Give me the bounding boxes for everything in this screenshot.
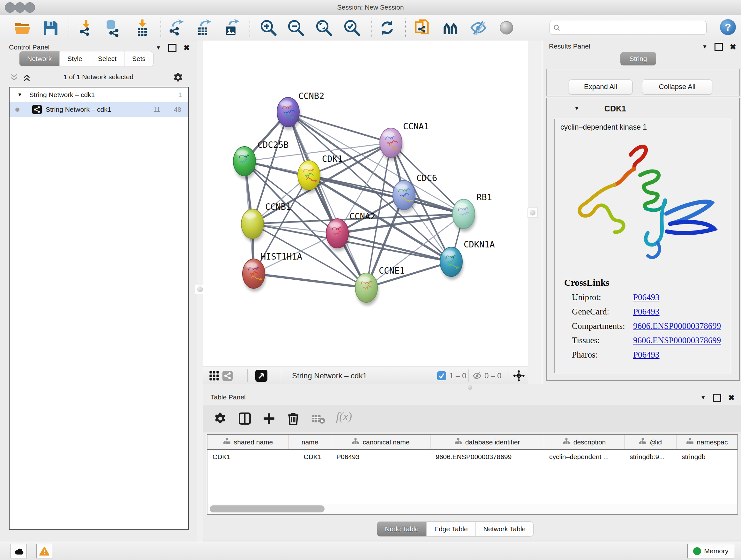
crosslink-link[interactable]: P06493 <box>633 293 660 302</box>
horizontal-splitter-handle[interactable] <box>468 385 472 390</box>
table-cell[interactable]: 9606.ENSP00000378699 <box>430 453 544 461</box>
collection-expander-icon[interactable]: ▼ <box>17 92 22 98</box>
grid-view-icon[interactable] <box>209 367 219 385</box>
network-collection-row[interactable]: ▼ String Network – cdk1 1 <box>10 87 188 102</box>
collapse-all-button[interactable]: Collapse All <box>642 79 712 95</box>
table-cell[interactable]: stringdb:9... <box>624 453 677 461</box>
table-cell[interactable]: CDK1 <box>289 453 331 461</box>
import-network-icon[interactable] <box>77 19 95 37</box>
minimize-window-icon[interactable] <box>15 2 25 13</box>
table-horizontal-scrollbar[interactable] <box>208 504 737 514</box>
float-panel-icon[interactable] <box>168 44 177 52</box>
table-cell[interactable]: CDK1 <box>207 453 289 461</box>
network-node[interactable]: HIST1H1A <box>243 252 302 292</box>
function-builder-icon[interactable]: f(x) <box>336 410 350 424</box>
import-table-icon[interactable] <box>133 19 151 37</box>
maximize-window-icon[interactable] <box>24 2 35 13</box>
refresh-icon[interactable] <box>378 19 396 37</box>
crosslink-row: Compartments:9606.ENSP00000378699 <box>564 321 721 331</box>
tab-network-table[interactable]: Network Table <box>476 521 534 537</box>
zoom-out-icon[interactable] <box>286 19 305 37</box>
float-panel-icon[interactable] <box>713 394 721 402</box>
cloud-button[interactable] <box>10 544 27 558</box>
network-view-mode-icon[interactable] <box>222 367 232 385</box>
expand-all-button[interactable]: Expand All <box>569 79 632 95</box>
add-column-icon[interactable] <box>262 412 276 426</box>
selected-checkbox-icon[interactable] <box>437 367 446 385</box>
collapse-panel-icon[interactable]: ▼ <box>156 45 161 51</box>
float-panel-icon[interactable] <box>715 43 723 51</box>
tab-network[interactable]: Network <box>19 51 60 66</box>
close-panel-icon[interactable]: ✖ <box>184 44 190 52</box>
network-canvas[interactable]: CCNB2CCNA1CDC25BCDK1CDC6RB1CCNB1CCNA2CDK… <box>203 41 528 367</box>
import-database-icon[interactable] <box>104 19 122 37</box>
tab-edge-table[interactable]: Edge Table <box>427 521 476 537</box>
column-header-shared-name[interactable]: shared name <box>207 435 289 449</box>
crosslink-link[interactable]: 9606.ENSP00000378699 <box>633 335 721 346</box>
search-input[interactable] <box>563 22 702 33</box>
warnings-button[interactable] <box>37 544 52 558</box>
save-session-icon[interactable] <box>42 19 59 37</box>
column-header-namespac[interactable]: namespac <box>677 435 738 449</box>
table-options-gear-icon[interactable] <box>213 412 227 426</box>
zoom-in-icon[interactable] <box>259 19 277 37</box>
network-edge[interactable] <box>288 112 391 143</box>
birds-eye-view-icon[interactable] <box>255 367 267 385</box>
tab-select[interactable]: Select <box>90 51 125 66</box>
collapse-panel-icon[interactable]: ▼ <box>700 395 706 401</box>
close-panel-icon[interactable]: ✖ <box>728 393 735 402</box>
scrollbar-thumb[interactable] <box>210 505 325 512</box>
export-network-icon[interactable] <box>167 19 185 37</box>
gene-section: ▼ CDK1 cyclin–dependent kinase 1 <box>546 98 740 381</box>
memory-button[interactable]: Memory <box>687 544 734 558</box>
table-cell[interactable]: P06493 <box>331 453 430 461</box>
right-splitter-handle[interactable] <box>528 207 538 218</box>
column-header-database-identifier[interactable]: database identifier <box>430 435 544 449</box>
column-header-description[interactable]: description <box>544 435 624 449</box>
network-row[interactable]: String Network – cdk1 11 48 <box>10 102 188 117</box>
network-overview-icon[interactable] <box>442 19 460 37</box>
tab-sets[interactable]: Sets <box>125 51 153 66</box>
column-header-name[interactable]: name <box>289 435 331 449</box>
hidden-eye-slash-icon[interactable] <box>472 367 482 385</box>
column-header-canonical-name[interactable]: canonical name <box>331 435 430 449</box>
crosslink-link[interactable]: P06493 <box>633 350 660 360</box>
network-options-gear-icon[interactable] <box>172 72 184 83</box>
help-button[interactable]: ? <box>720 19 736 35</box>
clone-network-icon[interactable] <box>413 19 431 37</box>
section-expander-icon[interactable]: ▼ <box>574 105 580 112</box>
show-columns-icon[interactable] <box>238 412 252 426</box>
delete-column-icon[interactable] <box>286 412 300 426</box>
export-image-icon[interactable] <box>222 19 240 37</box>
network-node[interactable]: RB1 <box>453 192 492 232</box>
table-cell[interactable]: stringdb <box>677 453 738 461</box>
table-cell[interactable]: cyclin–dependent ... <box>544 453 624 461</box>
appearance-icon[interactable] <box>497 19 515 37</box>
column-header-id[interactable]: @id <box>624 435 677 449</box>
open-session-icon[interactable] <box>13 19 31 37</box>
show-hide-icon[interactable] <box>469 19 487 37</box>
crosslink-link[interactable]: 9606.ENSP00000378699 <box>633 321 721 331</box>
search-box <box>549 21 706 35</box>
tab-string[interactable]: String <box>620 52 656 65</box>
collapse-panel-icon[interactable]: ▼ <box>702 44 708 50</box>
table-row[interactable]: CDK1CDK1P064939606.ENSP00000378699cyclin… <box>207 450 738 464</box>
zoom-fit-icon[interactable] <box>315 19 333 37</box>
network-edge[interactable] <box>309 175 464 214</box>
network-node[interactable]: CDKN1A <box>440 240 495 280</box>
network-current-dot <box>15 108 19 112</box>
close-window-icon[interactable] <box>5 2 15 13</box>
close-panel-icon[interactable]: ✖ <box>730 43 736 51</box>
pan-crosshair-icon[interactable] <box>513 367 525 385</box>
network-node[interactable]: CCNE1 <box>355 266 405 306</box>
tab-node-table[interactable]: Node Table <box>377 521 427 537</box>
network-edge[interactable] <box>254 273 366 288</box>
network-node[interactable]: CCNA1 <box>380 121 429 161</box>
tab-style[interactable]: Style <box>60 51 90 66</box>
crosslink-link[interactable]: P06493 <box>633 307 660 317</box>
delete-table-icon[interactable] <box>311 414 327 425</box>
gene-section-header[interactable]: ▼ CDK1 <box>547 98 739 119</box>
network-column-icon <box>455 437 462 447</box>
zoom-selected-icon[interactable] <box>343 19 360 37</box>
export-table-icon[interactable] <box>194 19 212 37</box>
